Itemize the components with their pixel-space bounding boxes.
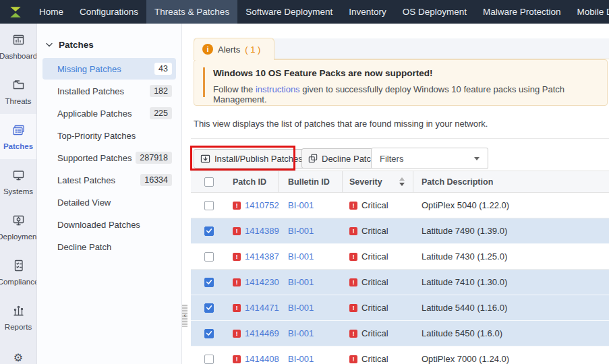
sidebar-item-dashboard[interactable]: Dashboard (0, 24, 36, 69)
patch-sidebar-item-installed-patches[interactable]: Installed Patches182 (42, 80, 176, 102)
patch-id-link[interactable]: 1414230 (245, 277, 279, 287)
alert-body: Follow the instructions given to success… (213, 84, 607, 104)
critical-icon: ! (233, 253, 241, 261)
sidebar-item-systems[interactable]: Systems (0, 159, 36, 204)
patch-sidebar-item-supported-patches[interactable]: Supported Patches287918 (42, 147, 176, 169)
row-checkbox[interactable] (204, 252, 214, 262)
patch-sidebar-item-label: Top-Priority Patches (57, 131, 172, 141)
info-icon: i (202, 44, 213, 55)
patch-description: Latitude 5440 (1.16.0) (413, 295, 609, 320)
table-row: !1414389BI-001!CriticalLatitude 7490 (1.… (191, 218, 609, 244)
select-all-checkbox[interactable] (204, 177, 214, 187)
sort-icon[interactable] (399, 177, 405, 186)
table-row: !1414471BI-001!CriticalLatitude 5440 (1.… (191, 295, 609, 321)
sidebar-item-label: Patches (3, 142, 33, 150)
row-checkbox[interactable] (204, 201, 214, 210)
sidebar-item-patches[interactable]: Patches (0, 114, 36, 159)
bulletin-id-link[interactable]: BI-001 (288, 277, 314, 287)
nav-tab-inventory[interactable]: Inventory (341, 0, 395, 24)
column-header-patch-description[interactable]: Patch Description (413, 171, 609, 192)
instructions-link[interactable]: instructions (256, 84, 300, 94)
install-icon (200, 154, 210, 164)
chevron-down-icon (46, 42, 53, 47)
bulletin-id-link[interactable]: BI-001 (288, 354, 314, 364)
nav-tab-home[interactable]: Home (31, 0, 71, 24)
patch-sidebar-item-label: Supported Patches (57, 153, 136, 163)
patch-id-link[interactable]: 1414389 (245, 226, 279, 236)
patch-sidebar-item-latest-patches[interactable]: Latest Patches16334 (42, 169, 176, 191)
patch-sidebar-item-label: Decline Patch (57, 242, 172, 252)
patch-sidebar-item-detailed-view[interactable]: Detailed View (42, 191, 176, 213)
patch-sidebar: Patches Missing Patches43Installed Patch… (37, 24, 182, 364)
row-checkbox[interactable] (204, 355, 214, 364)
tab-alerts[interactable]: i Alerts ( 1 ) (194, 38, 274, 60)
table-row: !1410752BI-001!CriticalOptiPlex 5040 (1.… (191, 193, 609, 218)
critical-icon: ! (233, 227, 241, 235)
nav-tab-configurations[interactable]: Configurations (71, 0, 146, 24)
install-button-label: Install/Publish Patches (214, 154, 303, 164)
filters-dropdown[interactable]: Filters (371, 148, 488, 169)
patch-description: Latitude 5450 (1.6.0) (413, 321, 609, 346)
patches-table: Patch ID Bulletin ID Severity Patch Desc… (191, 171, 609, 364)
column-header-patch-id[interactable]: Patch ID (227, 171, 279, 192)
decline-patch-icon (308, 154, 318, 163)
row-checkbox[interactable] (204, 329, 214, 338)
nav-tab-threats-patches[interactable]: Threats & Patches (146, 0, 237, 24)
patch-sidebar-item-missing-patches[interactable]: Missing Patches43 (42, 58, 176, 80)
sidebar-item-label: Reports (5, 323, 32, 331)
bulletin-id-link[interactable]: BI-001 (288, 200, 314, 210)
install-publish-patches-button[interactable]: Install/Publish Patches (194, 149, 310, 169)
patch-id-link[interactable]: 1414469 (245, 328, 279, 338)
bulletin-id-link[interactable]: BI-001 (288, 303, 314, 313)
table-row: !1414408BI-001!CriticalOptiPlex 7000 (1.… (191, 346, 609, 364)
nav-tab-malware-protection[interactable]: Malware Protection (475, 0, 569, 24)
sidebar-item-threats[interactable]: Threats (0, 69, 36, 114)
alert-title: Windows 10 OS Feature Packs are now supp… (213, 67, 607, 79)
patch-sidebar-header[interactable]: Patches (37, 24, 181, 58)
patch-id-link[interactable]: 1414471 (245, 303, 279, 313)
row-checkbox[interactable] (204, 278, 214, 287)
table-row: !1414387BI-001!CriticalLatitude 7430 (1.… (191, 244, 609, 270)
patch-sidebar-item-applicable-patches[interactable]: Applicable Patches225 (42, 102, 176, 124)
sidebar-item-compliance[interactable]: Compliance (0, 249, 36, 295)
nav-tab-os-deployment[interactable]: OS Deployment (395, 0, 475, 24)
row-checkbox[interactable] (204, 226, 214, 236)
count-badge: 287918 (136, 152, 172, 164)
patch-id-link[interactable]: 1414408 (245, 354, 279, 364)
row-checkbox[interactable] (204, 303, 214, 313)
view-description: This view displays the list of patches t… (194, 119, 488, 129)
sidebar-collapse-handle[interactable]: ‹ (182, 305, 187, 327)
patch-id-link[interactable]: 1410752 (245, 200, 279, 210)
sidebar-item-reports[interactable]: Reports (0, 295, 36, 340)
gear-icon[interactable]: ⚙ (0, 351, 36, 364)
critical-icon: ! (233, 330, 241, 338)
main-content: i Alerts ( 1 ) Windows 10 OS Feature Pac… (191, 24, 609, 364)
patch-sidebar-item-label: Latest Patches (57, 175, 140, 185)
bulletin-id-link[interactable]: BI-001 (288, 226, 314, 236)
patch-id-link[interactable]: 1414387 (245, 251, 279, 262)
patch-description: OptiPlex 5040 (1.22.0) (413, 193, 609, 218)
bulletin-id-link[interactable]: BI-001 (288, 251, 314, 262)
module-sidebar: DashboardThreatsPatchesSystemsDeployment… (0, 24, 37, 364)
bulletin-id-link[interactable]: BI-001 (288, 328, 314, 338)
patch-sidebar-item-top-priority-patches[interactable]: Top-Priority Patches (42, 125, 176, 146)
critical-icon: ! (349, 227, 357, 235)
sidebar-item-label: Systems (3, 187, 33, 195)
app-logo-icon[interactable] (0, 0, 31, 24)
severity-value: Critical (361, 354, 388, 364)
alerts-tab-label: Alerts (218, 44, 240, 55)
column-header-severity[interactable]: Severity (343, 171, 413, 192)
column-header-bulletin-id[interactable]: Bulletin ID (279, 171, 343, 192)
severity-value: Critical (361, 226, 388, 236)
alert-panel: Windows 10 OS Feature Packs are now supp… (194, 59, 608, 106)
sidebar-item-label: Dashboard (0, 52, 36, 60)
patch-sidebar-item-decline-patch[interactable]: Decline Patch (42, 236, 176, 257)
sidebar-item-deployment[interactable]: Deployment (0, 204, 36, 249)
severity-value: Critical (361, 328, 388, 338)
nav-tab-software-deployment[interactable]: Software Deployment (237, 0, 341, 24)
alert-body-prefix: Follow the (213, 84, 256, 94)
patch-sidebar-item-downloaded-patches[interactable]: Downloaded Patches (42, 214, 176, 235)
critical-icon: ! (349, 330, 357, 338)
nav-tab-mobile-device-mgmt[interactable]: Mobile Device Mgmt (569, 0, 609, 24)
severity-value: Critical (361, 277, 388, 287)
